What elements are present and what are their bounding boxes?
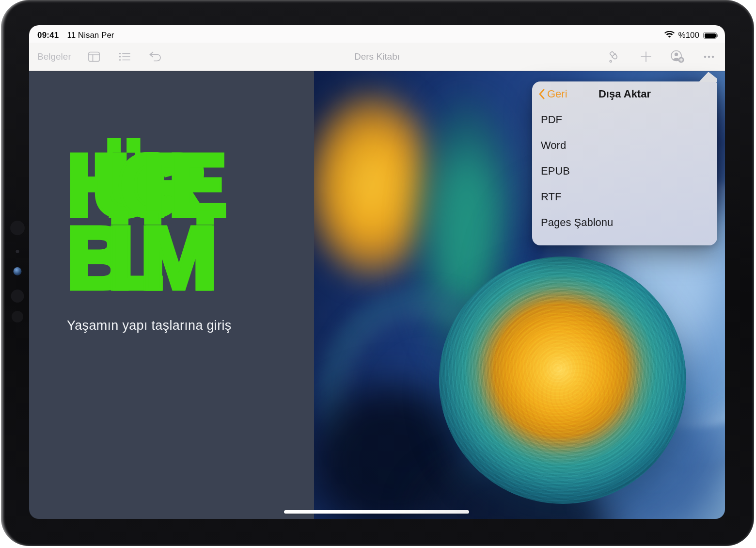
export-option-pdf[interactable]: PDF <box>532 107 717 132</box>
toolbar: Belgeler <box>29 43 725 71</box>
status-bar: 09:41 11 Nisan Per %100 <box>29 25 725 43</box>
chevron-left-icon <box>538 89 545 99</box>
export-option-word[interactable]: Word <box>532 132 717 158</box>
camera-lens <box>14 267 22 275</box>
format-brush-icon[interactable] <box>607 49 622 64</box>
camera-dot <box>16 250 19 253</box>
cover-title-line2: BİLİMİ <box>67 209 217 306</box>
camera-sensor <box>12 311 23 322</box>
back-button[interactable]: Geri <box>532 88 567 100</box>
battery-icon <box>703 32 717 39</box>
collaborate-icon[interactable] <box>670 49 685 64</box>
camera-sensor <box>10 221 25 235</box>
add-icon[interactable] <box>638 49 654 64</box>
list-view-icon[interactable] <box>117 49 132 64</box>
export-option-rtf[interactable]: RTF <box>532 184 717 210</box>
export-options-list: PDF Word EPUB RTF Pages Şablonu <box>532 107 717 235</box>
more-icon[interactable] <box>701 49 717 64</box>
undo-icon[interactable] <box>147 49 163 64</box>
status-time: 09:41 <box>37 31 59 40</box>
cover-title: HÜCRE BİLİMİ <box>67 134 236 299</box>
documents-button[interactable]: Belgeler <box>37 51 71 62</box>
export-popover: Geri Dışa Aktar PDF Word EPUB RTF Pages … <box>532 81 717 245</box>
page-thumbnails-icon[interactable] <box>86 49 102 64</box>
battery-percent: %100 <box>678 31 699 40</box>
camera-sensor <box>11 290 24 303</box>
status-date: 11 Nisan Per <box>67 31 114 40</box>
export-option-pages-template[interactable]: Pages Şablonu <box>532 210 717 235</box>
document-title: Ders Kitabı <box>354 51 400 62</box>
wifi-icon <box>664 31 675 40</box>
home-indicator[interactable] <box>284 510 469 514</box>
back-label: Geri <box>547 88 567 100</box>
ipad-screen: 09:41 11 Nisan Per %100 Belgeler <box>29 25 725 519</box>
popover-header: Geri Dışa Aktar <box>532 81 717 107</box>
cover-page: HÜCRE BİLİMİ Yaşamın yapı taşlarına giri… <box>29 71 314 519</box>
cover-subtitle: Yaşamın yapı taşlarına giriş <box>67 318 232 333</box>
export-option-epub[interactable]: EPUB <box>532 158 717 184</box>
